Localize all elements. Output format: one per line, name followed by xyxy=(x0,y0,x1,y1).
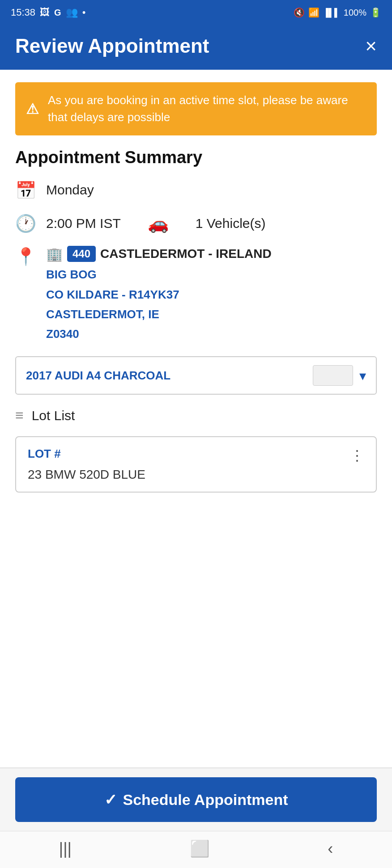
location-badge: 440 xyxy=(67,246,96,262)
bottom-spacer xyxy=(15,505,377,755)
vehicle-label: 2017 AUDI A4 CHARCOAL xyxy=(26,369,170,383)
location-header: 🏢 440 CASTLEDERMOT - IRELAND xyxy=(46,246,272,262)
main-content: ⚠ As you are booking in an active time s… xyxy=(0,70,392,767)
calendar-icon: 📅 xyxy=(15,181,36,200)
warning-icon: ⚠ xyxy=(26,101,39,118)
more-options-icon[interactable]: ⋮ xyxy=(350,447,364,464)
teams-icon: 👥 xyxy=(66,7,78,18)
battery-icon: 🔋 xyxy=(370,7,381,18)
lot-card: LOT # ⋮ 23 BMW 520D BLUE xyxy=(15,436,377,493)
lot-list-header: ≡ Lot List xyxy=(15,407,377,424)
address-line-4: Z0340 xyxy=(46,324,272,344)
list-icon: ≡ xyxy=(15,407,24,424)
building-icon: 🏢 xyxy=(46,246,63,262)
android-nav-bar: ||| ⬜ ‹ xyxy=(0,831,392,868)
page-title: Review Appointment xyxy=(15,35,209,57)
status-bar-right: 🔇 📶 ▐▌▌ 100% 🔋 xyxy=(294,7,381,18)
car-icon: 🚗 xyxy=(148,214,169,233)
close-button[interactable]: × xyxy=(365,36,377,56)
checkmark-icon: ✓ xyxy=(104,791,117,809)
mute-icon: 🔇 xyxy=(294,7,305,18)
warning-text: As you are booking in an active time slo… xyxy=(48,92,366,126)
wifi-icon: 📶 xyxy=(308,7,320,18)
day-value: Monday xyxy=(46,180,94,200)
status-bar: 15:38 🖼 G 👥 • 🔇 📶 ▐▌▌ 100% 🔋 xyxy=(0,0,392,25)
vehicles-value: 1 Vehicle(s) xyxy=(196,213,266,233)
address-block: BIG BOG CO KILDARE - R14YK37 CASTLEDERMO… xyxy=(46,265,272,344)
time-vehicles-row: 🕐 2:00 PM IST 🚗 1 Vehicle(s) xyxy=(15,213,377,233)
chevron-down-icon: ▾ xyxy=(359,368,366,383)
summary-rows: 📅 Monday 🕐 2:00 PM IST 🚗 1 Vehicle(s) 📍 … xyxy=(15,180,377,344)
location-name: CASTLEDERMOT - IRELAND xyxy=(100,247,272,261)
status-time: 15:38 xyxy=(11,7,35,18)
header: Review Appointment × xyxy=(0,25,392,70)
battery-percentage: 100% xyxy=(344,8,366,18)
time-value: 2:00 PM IST xyxy=(46,213,121,233)
nav-home-icon[interactable]: ⬜ xyxy=(190,839,210,858)
dot-indicator: • xyxy=(82,7,86,18)
photo-icon: 🖼 xyxy=(40,7,50,18)
divider xyxy=(0,767,392,768)
signal-icon: ▐▌▌ xyxy=(323,8,340,17)
location-icon: 📍 xyxy=(15,247,36,266)
clock-icon: 🕐 xyxy=(15,214,36,233)
lot-vehicle-name: 23 BMW 520D BLUE xyxy=(28,468,364,482)
google-icon: G xyxy=(54,8,61,18)
schedule-button-label: Schedule Appointment xyxy=(123,791,288,809)
vehicle-empty-box xyxy=(313,365,353,386)
status-bar-left: 15:38 🖼 G 👥 • xyxy=(11,7,85,18)
day-row: 📅 Monday xyxy=(15,180,377,200)
nav-recent-apps-icon[interactable]: ||| xyxy=(59,839,72,858)
address-line-2: CO KILDARE - R14YK37 xyxy=(46,285,272,304)
lot-list-label: Lot List xyxy=(32,408,75,423)
vehicle-dropdown-right: ▾ xyxy=(313,365,366,386)
address-line-3: CASTLEDERMOT, IE xyxy=(46,304,272,324)
vehicle-dropdown[interactable]: 2017 AUDI A4 CHARCOAL ▾ xyxy=(15,356,377,395)
nav-back-icon[interactable]: ‹ xyxy=(328,839,333,858)
schedule-appointment-button[interactable]: ✓ Schedule Appointment xyxy=(15,777,377,822)
lot-card-header: LOT # ⋮ xyxy=(28,447,364,464)
lot-number-label: LOT # xyxy=(28,447,61,461)
address-line-1: BIG BOG xyxy=(46,265,272,284)
appointment-summary-title: Appointment Summary xyxy=(15,148,377,167)
location-row: 📍 🏢 440 CASTLEDERMOT - IRELAND BIG BOG C… xyxy=(15,246,377,344)
warning-banner: ⚠ As you are booking in an active time s… xyxy=(15,82,377,135)
